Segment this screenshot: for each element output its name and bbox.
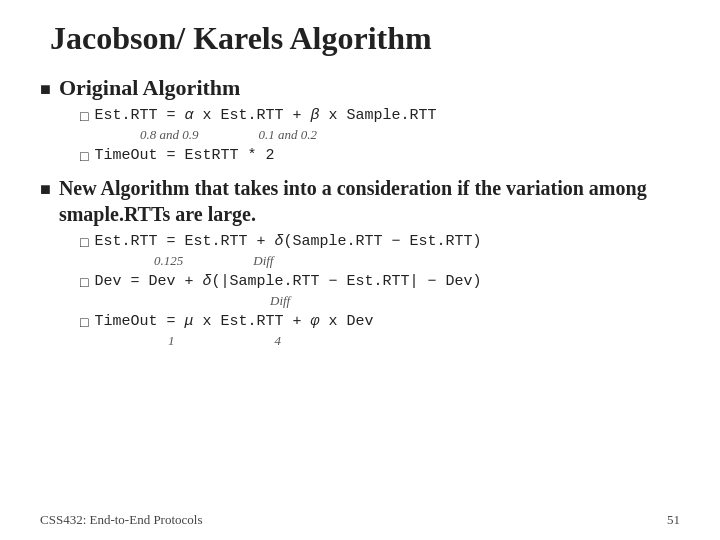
bullet-icon-1: ■	[40, 79, 51, 100]
annotation-diff2: Diff	[270, 293, 290, 309]
new-sub1: □ Est.RTT = Est.RTT + δ(Sample.RTT − Est…	[80, 233, 680, 251]
new-sub1-text: Est.RTT = Est.RTT + δ(Sample.RTT − Est.R…	[94, 233, 481, 250]
annotation-phi: 4	[275, 333, 282, 349]
annotation-beta-values: 0.1 and 0.2	[259, 127, 318, 143]
section-original: ■ Original Algorithm □ Est.RTT = α x Est…	[40, 75, 680, 165]
sub-bullets-new: □ Est.RTT = Est.RTT + δ(Sample.RTT − Est…	[80, 233, 680, 349]
footer-page: 51	[667, 512, 680, 528]
annotation-alpha-values: 0.8 and 0.9	[140, 127, 199, 143]
section-original-heading: ■ Original Algorithm	[40, 75, 680, 101]
new-sub1-annotation: 0.125 Diff	[140, 253, 680, 269]
section-new-heading: ■ New Algorithm that takes into a consid…	[40, 175, 680, 227]
annotation-diff1: Diff	[253, 253, 273, 269]
original-sub2-text: TimeOut = EstRTT * 2	[94, 147, 274, 164]
annotation-delta1: 0.125	[154, 253, 183, 269]
sq-icon-1: □	[80, 109, 88, 125]
original-sub2: □ TimeOut = EstRTT * 2	[80, 147, 680, 165]
slide: Jacobson/ Karels Algorithm ■ Original Al…	[0, 0, 720, 540]
footer: CSS432: End-to-End Protocols 51	[0, 512, 720, 528]
new-sub3-annotation: 1 4	[140, 333, 680, 349]
annotation-mu: 1	[168, 333, 175, 349]
new-sub3-text: TimeOut = μ x Est.RTT + φ x Dev	[94, 313, 373, 330]
new-sub3: □ TimeOut = μ x Est.RTT + φ x Dev	[80, 313, 680, 331]
sq-icon-2: □	[80, 149, 88, 165]
new-sub2-annotation: Diff	[140, 293, 680, 309]
sub-bullets-original: □ Est.RTT = α x Est.RTT + β x Sample.RTT…	[80, 107, 680, 165]
original-sub1-text: Est.RTT = α x Est.RTT + β x Sample.RTT	[94, 107, 436, 124]
new-algo-heading-text: New Algorithm that takes into a consider…	[59, 175, 680, 227]
footer-course: CSS432: End-to-End Protocols	[40, 512, 203, 528]
new-sub2: □ Dev = Dev + δ(|Sample.RTT − Est.RTT| −…	[80, 273, 680, 291]
sq-icon-4: □	[80, 275, 88, 291]
section-new: ■ New Algorithm that takes into a consid…	[40, 175, 680, 349]
original-sub1: □ Est.RTT = α x Est.RTT + β x Sample.RTT	[80, 107, 680, 125]
new-sub2-text: Dev = Dev + δ(|Sample.RTT − Est.RTT| − D…	[94, 273, 481, 290]
sq-icon-3: □	[80, 235, 88, 251]
bullet-icon-2: ■	[40, 179, 51, 200]
slide-title: Jacobson/ Karels Algorithm	[50, 20, 680, 57]
original-sub1-annotation: 0.8 and 0.9 0.1 and 0.2	[140, 127, 680, 143]
sq-icon-5: □	[80, 315, 88, 331]
